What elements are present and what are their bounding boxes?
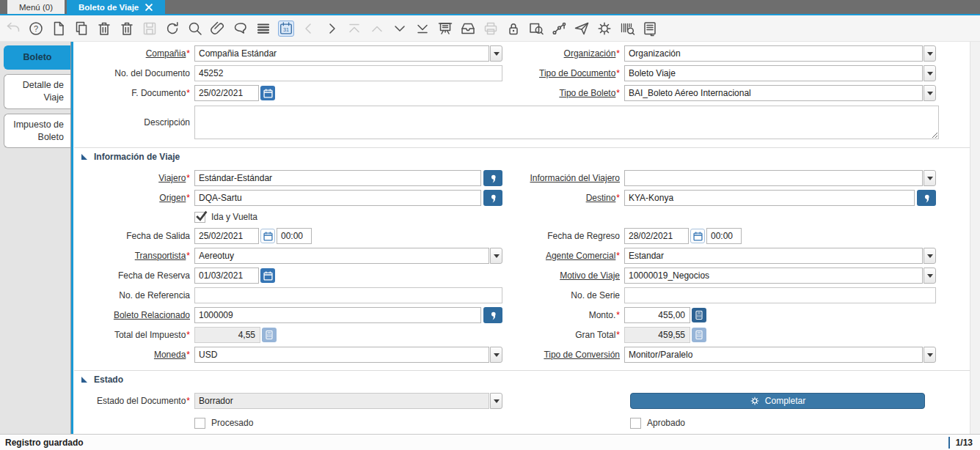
- zoom-across-icon[interactable]: [528, 21, 544, 37]
- lock-icon[interactable]: [505, 21, 522, 37]
- fecha-reserva-input[interactable]: [194, 268, 259, 284]
- fecha-regreso-time-input[interactable]: [706, 228, 742, 244]
- section-estado[interactable]: Estado: [74, 370, 980, 385]
- copy-record-icon[interactable]: [73, 21, 89, 37]
- label-transportista[interactable]: Transportista: [74, 251, 194, 261]
- informacion-viajero-dropdown-button[interactable]: [924, 170, 936, 186]
- motivo-viaje-input[interactable]: [624, 268, 923, 284]
- moneda-input[interactable]: [194, 347, 489, 363]
- agente-comercial-dropdown-button[interactable]: [924, 248, 936, 264]
- detail-record-icon[interactable]: [414, 21, 431, 37]
- no-referencia-input[interactable]: [194, 287, 502, 303]
- grid-toggle-icon[interactable]: [255, 21, 271, 37]
- report-window-icon[interactable]: [642, 21, 658, 37]
- tipo-boleto-dropdown-button[interactable]: [924, 85, 936, 101]
- gran-total-input: [624, 327, 690, 343]
- label-informacion-del-viajero[interactable]: Información del Viajero: [502, 173, 624, 183]
- motivo-viaje-dropdown-button[interactable]: [924, 268, 936, 284]
- ida-y-vuelta-checkbox[interactable]: [194, 212, 205, 223]
- delete-record-icon[interactable]: [96, 21, 112, 37]
- tipo-conversion-input[interactable]: [624, 347, 923, 363]
- aprobado-checkbox[interactable]: [630, 418, 641, 429]
- fecha-regreso-input[interactable]: [624, 228, 689, 244]
- estado-documento-dropdown-button[interactable]: [490, 393, 502, 409]
- agente-comercial-input[interactable]: [624, 248, 923, 264]
- label-boleto-relacionado[interactable]: Boleto Relacionado: [74, 310, 194, 320]
- origen-lookup-button[interactable]: [483, 190, 502, 206]
- next-record-icon[interactable]: [323, 21, 340, 37]
- compania-input[interactable]: [194, 45, 489, 62]
- informacion-viajero-input[interactable]: [624, 170, 923, 186]
- tab-menu[interactable]: Menú (0): [7, 0, 65, 14]
- find-icon[interactable]: [187, 21, 203, 37]
- process-icon[interactable]: [596, 21, 612, 37]
- chat-icon[interactable]: [233, 21, 249, 37]
- no-serie-input[interactable]: [624, 287, 936, 303]
- tipo-conversion-dropdown-button[interactable]: [924, 347, 936, 363]
- down-record-icon[interactable]: [392, 21, 408, 37]
- tipo-boleto-input[interactable]: [624, 85, 923, 101]
- label-motivo-viaje[interactable]: Motivo de Viaje: [502, 270, 624, 281]
- monto-input[interactable]: [624, 307, 690, 323]
- refresh-icon[interactable]: [164, 21, 180, 37]
- attachment-icon[interactable]: [210, 21, 226, 37]
- viajero-lookup-button[interactable]: [483, 170, 502, 186]
- f-documento-input[interactable]: [194, 85, 259, 101]
- send-icon[interactable]: [574, 21, 590, 37]
- tipo-documento-input[interactable]: [624, 65, 923, 81]
- help-icon[interactable]: ?: [28, 21, 44, 37]
- moneda-dropdown-button[interactable]: [490, 347, 502, 363]
- label-viajero[interactable]: Viajero: [74, 173, 194, 183]
- workflow-icon[interactable]: [551, 21, 567, 37]
- svg-text:?: ?: [34, 24, 38, 33]
- origen-input[interactable]: [194, 190, 481, 206]
- compania-dropdown-button[interactable]: [490, 45, 502, 62]
- completar-button[interactable]: Completar: [630, 393, 925, 409]
- viajero-input[interactable]: [194, 170, 481, 186]
- new-record-icon[interactable]: [51, 21, 67, 37]
- label-tipo-boleto[interactable]: Tipo de Boleto: [502, 88, 624, 98]
- close-tab-icon[interactable]: [145, 3, 153, 12]
- monto-calculator-button[interactable]: [692, 308, 706, 322]
- boleto-relacionado-input[interactable]: [194, 307, 481, 323]
- tab-boleto-de-viaje[interactable]: Boleto de Viaje: [67, 0, 165, 14]
- destino-input[interactable]: [624, 190, 915, 206]
- label-agente-comercial[interactable]: Agente Comercial: [502, 251, 624, 261]
- label-tipo-documento[interactable]: Tipo de Documento: [502, 68, 624, 78]
- section-informacion-de-viaje[interactable]: Información de Viaje: [74, 147, 980, 162]
- fecha-regreso-calendar-button[interactable]: [690, 229, 705, 243]
- label-moneda[interactable]: Moneda: [74, 350, 194, 360]
- fecha-salida-input[interactable]: [194, 228, 259, 244]
- no-documento-input[interactable]: [194, 65, 502, 81]
- sidebar-tab-boleto[interactable]: Boleto: [4, 45, 70, 70]
- label-origen[interactable]: Origen: [74, 193, 194, 203]
- transportista-input[interactable]: [194, 248, 489, 264]
- report-icon[interactable]: [437, 21, 453, 37]
- archive-icon[interactable]: [460, 21, 476, 37]
- vertical-scrollbar[interactable]: [970, 42, 980, 434]
- estado-documento-input[interactable]: [194, 393, 489, 409]
- fecha-salida-calendar-button[interactable]: [260, 229, 275, 243]
- f-documento-calendar-button[interactable]: [260, 86, 275, 100]
- delete-selection-icon[interactable]: [119, 21, 135, 37]
- descripcion-textarea[interactable]: [194, 106, 939, 139]
- sidebar-tab-impuesto-de-boleto[interactable]: Impuesto de Boleto: [4, 114, 70, 149]
- label-no-serie: No. de Serie: [502, 290, 624, 300]
- organizacion-dropdown-button[interactable]: [924, 45, 936, 62]
- sidebar-tab-detalle-de-viaje[interactable]: Detalle de Viaje: [4, 74, 70, 109]
- boleto-relacionado-lookup-button[interactable]: [483, 307, 502, 323]
- transportista-dropdown-button[interactable]: [490, 248, 502, 264]
- tipo-documento-dropdown-button[interactable]: [924, 65, 936, 81]
- label-tipo-conversion[interactable]: Tipo de Conversión: [502, 350, 624, 360]
- lookup-icon: [488, 173, 499, 184]
- label-compania[interactable]: Compañia: [74, 48, 194, 59]
- organizacion-input[interactable]: [624, 45, 923, 62]
- fecha-reserva-calendar-button[interactable]: [260, 268, 275, 283]
- destino-lookup-button[interactable]: [917, 190, 936, 206]
- procesado-checkbox[interactable]: [194, 418, 205, 429]
- calendar-month-icon[interactable]: 31: [278, 21, 294, 37]
- label-organizacion[interactable]: Organización: [502, 48, 624, 59]
- fecha-salida-time-input[interactable]: [277, 228, 312, 244]
- barcode-reader-icon[interactable]: [619, 21, 635, 37]
- label-destino[interactable]: Destino: [502, 193, 624, 203]
